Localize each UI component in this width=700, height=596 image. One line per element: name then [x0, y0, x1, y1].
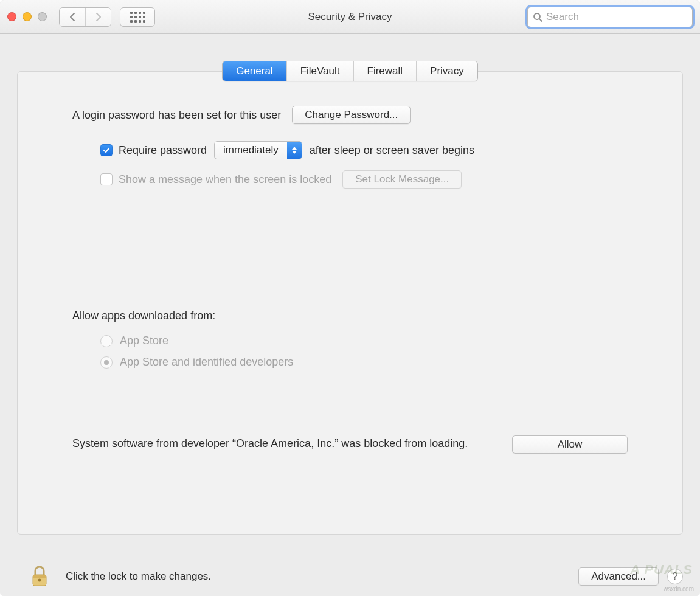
- require-password-delay-select[interactable]: immediately: [214, 141, 302, 159]
- radio-identified-developers-label: App Store and identified developers: [120, 356, 293, 369]
- show-lock-message-checkbox[interactable]: [100, 173, 113, 185]
- check-icon: [102, 146, 111, 154]
- svg-point-4: [38, 579, 41, 582]
- stepper-icon: [287, 142, 302, 159]
- chevron-right-icon: [95, 13, 102, 21]
- login-password-status: A login password has been set for this u…: [72, 109, 281, 122]
- preferences-window: Security & Privacy General FileVault Fir…: [0, 0, 700, 596]
- gatekeeper-section-label: Allow apps downloaded from:: [72, 310, 628, 322]
- tab-bar: General FileVault Firewall Privacy: [17, 61, 683, 81]
- lock-button[interactable]: [30, 565, 49, 588]
- require-password-label: Require password: [119, 144, 207, 157]
- svg-line-1: [539, 19, 542, 21]
- search-input[interactable]: [546, 11, 687, 23]
- help-button[interactable]: ?: [667, 569, 683, 584]
- set-lock-message-button: Set Lock Message...: [342, 170, 462, 189]
- nav-buttons: [59, 7, 111, 27]
- lock-hint-text: Click the lock to make changes.: [66, 570, 211, 583]
- back-button[interactable]: [60, 8, 85, 26]
- change-password-button[interactable]: Change Password...: [292, 106, 411, 124]
- close-window-button[interactable]: [7, 12, 16, 21]
- delay-selected-value: immediately: [215, 144, 287, 156]
- radio-app-store-label: App Store: [120, 334, 168, 347]
- allow-button[interactable]: Allow: [512, 435, 628, 454]
- panel-divider: [72, 285, 628, 285]
- search-field[interactable]: [527, 7, 693, 27]
- tab-filevault[interactable]: FileVault: [286, 61, 353, 81]
- radio-app-store: [100, 335, 113, 347]
- chevron-left-icon: [69, 13, 75, 21]
- titlebar: Security & Privacy: [0, 0, 700, 34]
- footer: Click the lock to make changes. Advanced…: [0, 557, 700, 596]
- zoom-window-button[interactable]: [38, 12, 47, 21]
- after-sleep-label: after sleep or screen saver begins: [310, 144, 474, 157]
- radio-identified-developers: [100, 356, 113, 369]
- search-icon: [533, 12, 542, 22]
- tab-privacy[interactable]: Privacy: [416, 61, 477, 81]
- advanced-button[interactable]: Advanced...: [578, 567, 659, 586]
- lock-icon: [30, 565, 49, 588]
- window-controls: [7, 12, 47, 21]
- tab-general[interactable]: General: [223, 61, 286, 81]
- grid-icon: [130, 12, 145, 23]
- general-panel: A login password has been set for this u…: [17, 71, 683, 535]
- forward-button[interactable]: [85, 8, 111, 26]
- require-password-checkbox[interactable]: [100, 144, 113, 156]
- svg-rect-3: [33, 575, 46, 578]
- minimize-window-button[interactable]: [23, 12, 32, 21]
- tab-firewall[interactable]: Firewall: [353, 61, 417, 81]
- blocked-software-message: System software from developer “Oracle A…: [72, 435, 468, 451]
- content-area: General FileVault Firewall Privacy A log…: [0, 34, 700, 535]
- show-lock-message-label: Show a message when the screen is locked: [119, 173, 331, 186]
- show-all-button[interactable]: [120, 7, 155, 27]
